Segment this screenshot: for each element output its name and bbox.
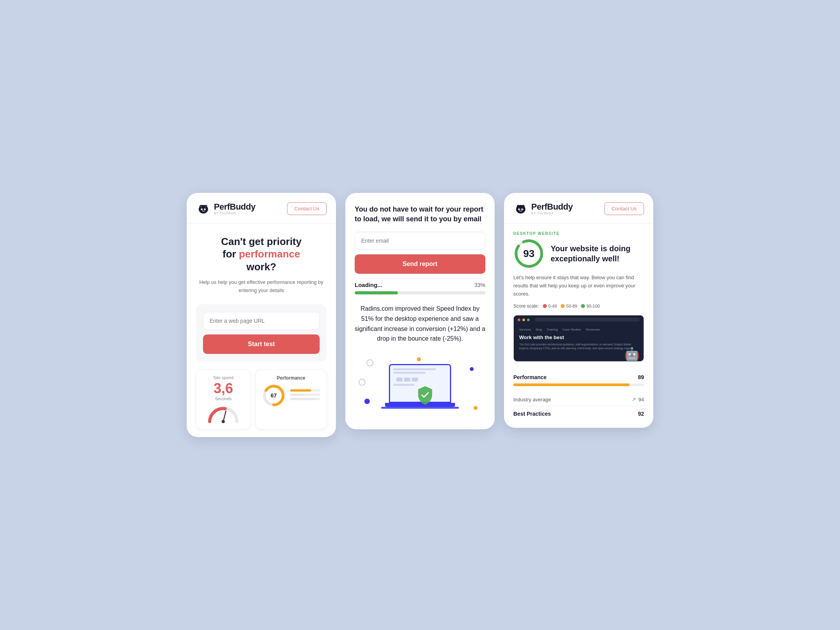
topbar-dot-green: [527, 318, 530, 321]
perf-bar-1: [290, 389, 320, 392]
perf-donut-wrap: 67: [262, 384, 320, 407]
svg-point-17: [522, 205, 525, 208]
svg-line-10: [223, 411, 226, 422]
scale-label: Score scale:: [513, 303, 539, 309]
best-practices-header: Best Practices 92: [513, 411, 644, 417]
logo-name-card3: PerfBuddy: [531, 203, 573, 211]
scale-orange: 50-89: [561, 304, 577, 308]
score-desc: Let's help ensure it stays that way. Bel…: [513, 274, 644, 298]
svg-point-7: [205, 208, 206, 209]
card-report: You do not have to wait for your report …: [345, 193, 495, 429]
logo-card3: PerfBuddy BY THISDOT: [513, 201, 573, 216]
screen-line-3: [393, 384, 415, 386]
url-input[interactable]: [203, 312, 320, 330]
scale-red: 0-49: [543, 304, 557, 308]
screen-dots: [393, 375, 447, 384]
dot-outline-2: [359, 379, 366, 386]
metrics-row: Site speed 3,6 Seconds: [196, 369, 327, 429]
preview-hero-sub: The Dot Labs provides architectural guid…: [519, 343, 638, 350]
perf-bar-fill-2: [290, 394, 305, 396]
svg-point-11: [222, 420, 225, 423]
laptop-stand: [381, 407, 459, 409]
loading-text: Loading...: [355, 282, 382, 288]
card2-title: You do not have to wait for your report …: [355, 205, 485, 224]
preview-nav: Services Blog Training Case Studies Show…: [519, 328, 638, 331]
best-practices-score: 92: [638, 411, 644, 417]
scale-orange-label: 50-89: [566, 304, 577, 308]
headline-line1: Can't get priority: [221, 236, 302, 247]
logo-text: PerfBuddy BY THISDOT: [214, 203, 256, 215]
send-report-button[interactable]: Send report: [355, 254, 485, 274]
loading-section: Loading... 33%: [355, 282, 485, 294]
screen-dot-3: [412, 378, 418, 382]
headline-highlight: performance: [239, 248, 300, 260]
progress-bar-fill: [355, 291, 398, 294]
start-test-button[interactable]: Start test: [203, 334, 320, 354]
scale-dot-green: [581, 304, 585, 308]
svg-point-21: [522, 208, 523, 209]
site-speed-label: Site speed: [203, 375, 244, 380]
contact-button-card3[interactable]: Contact Us: [604, 202, 644, 215]
nav-item-1: Services: [519, 328, 531, 331]
desktop-label: DESKTOP WEBSITE: [513, 231, 644, 236]
testimonial: Radins.com improved their Speed Index by…: [355, 304, 485, 343]
svg-point-18: [518, 208, 520, 210]
perf-bar-fill-3: [290, 398, 316, 400]
nav-item-5: Showcase: [586, 328, 600, 331]
scale-green-label: 90-100: [586, 304, 600, 308]
logo-icon-card3: [513, 201, 528, 216]
scale-green: 90-100: [581, 304, 600, 308]
perf-bar-3: [290, 398, 320, 400]
dot-blue-1: [364, 399, 370, 404]
scale-row: Score scale: 0-49 50-89 90-100: [513, 303, 644, 309]
website-preview: Services Blog Training Case Studies Show…: [513, 315, 644, 362]
url-box: Start test: [196, 304, 327, 362]
progress-bar-bg: [355, 291, 485, 294]
shield-icon: [416, 385, 434, 405]
svg-point-8: [200, 205, 202, 207]
topbar-dot-orange: [522, 318, 525, 321]
score-row: 93 Your website is doing exceptionally w…: [513, 238, 644, 269]
laptop-wrapper: [381, 364, 459, 409]
industry-avg-row: Industry average ↗ 94: [513, 393, 644, 406]
svg-point-4: [201, 208, 203, 210]
industry-avg-value: 94: [639, 397, 644, 402]
contact-button-card1[interactable]: Contact Us: [287, 202, 327, 215]
perf-bar-fill-1: [290, 389, 311, 392]
preview-topbar: [514, 315, 644, 324]
address-bar: [535, 318, 640, 322]
headline-line3: work?: [247, 261, 276, 273]
performance-metric-bar-bg: [513, 383, 644, 386]
logo-text-card3: PerfBuddy BY THISDOT: [531, 203, 573, 215]
score-number: 93: [523, 247, 535, 259]
gauge-area: [203, 404, 244, 424]
headline: Can't get priority for performance work?: [196, 235, 327, 273]
screen-line-2: [393, 372, 425, 374]
perf-bar-2: [290, 394, 320, 396]
dot-yellow-1: [417, 357, 421, 361]
performance-metric-bar-fill: [513, 383, 630, 386]
subtext: Help us help you get effective performan…: [196, 278, 327, 295]
logo-name: PerfBuddy: [214, 203, 256, 211]
score-text: Your website is doing exceptionally well…: [551, 243, 644, 264]
card1-header: PerfBuddy BY THISDOT Contact Us: [187, 193, 336, 224]
card2-body: You do not have to wait for your report …: [345, 193, 495, 429]
score-headline: Your website is doing exceptionally well…: [551, 243, 644, 264]
email-input[interactable]: [355, 232, 485, 250]
best-practices-row: Best Practices 92: [513, 406, 644, 420]
dot-yellow-2: [474, 406, 478, 410]
metrics-list: Performance 89 Industry average ↗ 94: [513, 369, 644, 420]
best-practices-name: Best Practices: [513, 411, 551, 417]
loading-header: Loading... 33%: [355, 282, 485, 288]
headline-line2: for: [222, 248, 239, 260]
speed-gauge-svg: [206, 404, 241, 424]
screen-line-1: [393, 368, 436, 370]
dot-blue-2: [470, 367, 474, 371]
loading-pct: 33%: [474, 282, 485, 288]
industry-avg-label: Industry average: [513, 397, 551, 402]
nav-item-4: Case Studies: [562, 328, 581, 331]
performance-metric-score: 89: [638, 374, 644, 380]
card-results: PerfBuddy BY THISDOT Contact Us DESKTOP …: [504, 193, 653, 428]
logo-sub-card3: BY THISDOT: [531, 212, 573, 215]
performance-metric-row: Performance 89: [513, 369, 644, 393]
